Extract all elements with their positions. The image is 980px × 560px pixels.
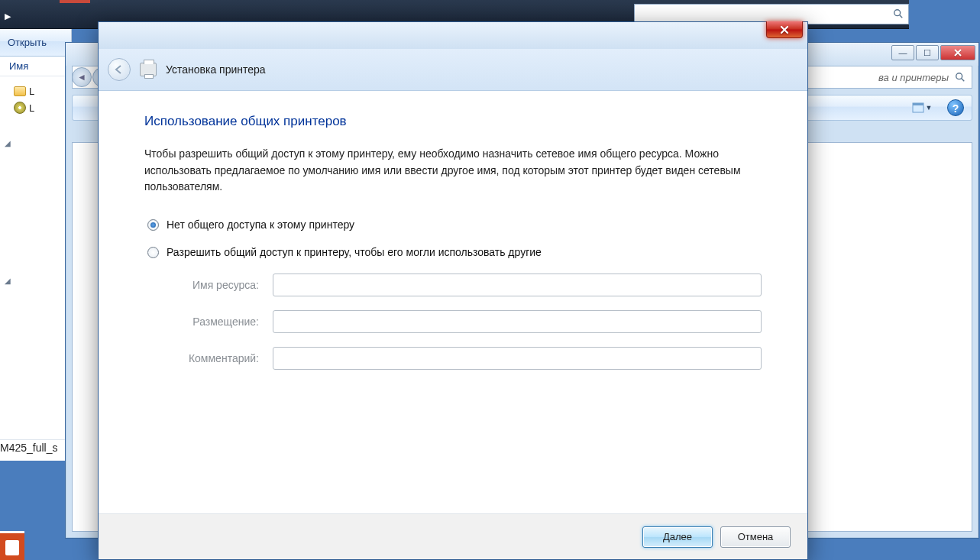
search-icon bbox=[955, 72, 965, 83]
close-button[interactable] bbox=[766, 21, 803, 38]
help-button[interactable]: ? bbox=[947, 99, 964, 116]
explorer-filename-fragment[interactable]: M425_full_s bbox=[0, 439, 72, 455]
radio-label: Разрешить общий доступ к принтеру, чтобы… bbox=[167, 246, 542, 258]
tree-expand-icon[interactable]: ◢ bbox=[5, 277, 11, 285]
radio-icon bbox=[147, 247, 159, 258]
nav-fwd-icon: ▶ bbox=[5, 11, 11, 21]
printer-icon bbox=[140, 63, 157, 76]
svg-point-2 bbox=[956, 73, 962, 79]
comment-label: Комментарий: bbox=[183, 352, 273, 364]
tree-item-folder[interactable]: L bbox=[14, 83, 71, 99]
explorer-tree: L L ◢ ◢ bbox=[0, 76, 71, 116]
wizard-heading: Использование общих принтеров bbox=[144, 114, 762, 129]
radio-label: Нет общего доступа к этому принтеру bbox=[167, 218, 354, 231]
view-options-dropdown[interactable]: ▼ bbox=[907, 99, 936, 116]
wizard-description: Чтобы разрешить общий доступ к этому при… bbox=[144, 146, 762, 196]
tree-item-disc[interactable]: L bbox=[14, 99, 71, 116]
location-label: Размещение: bbox=[183, 316, 273, 328]
explorer-window-fragment: Открыть Имя L L ◢ ◢ bbox=[0, 29, 72, 461]
picture-icon bbox=[912, 102, 924, 113]
add-printer-wizard: Установка принтера Использование общих п… bbox=[98, 21, 808, 560]
next-button[interactable]: Далее bbox=[642, 526, 713, 548]
back-button[interactable] bbox=[108, 58, 131, 81]
search-icon bbox=[893, 8, 904, 19]
share-settings-form: Имя ресурса: Размещение: Комментарий: bbox=[183, 274, 762, 370]
radio-icon bbox=[147, 219, 159, 231]
wizard-header: Установка принтера bbox=[99, 49, 807, 91]
arrow-left-icon bbox=[113, 64, 125, 75]
wizard-footer: Далее Отмена bbox=[99, 513, 807, 559]
disc-icon bbox=[14, 102, 26, 114]
wizard-title: Установка принтера bbox=[166, 63, 266, 76]
svg-line-1 bbox=[900, 15, 903, 18]
explorer-column-header-name[interactable]: Имя bbox=[0, 57, 71, 76]
close-button[interactable] bbox=[940, 45, 975, 60]
maximize-button[interactable]: ☐ bbox=[916, 45, 939, 60]
cancel-button[interactable]: Отмена bbox=[720, 526, 791, 548]
tree-expand-icon[interactable]: ◢ bbox=[5, 139, 11, 147]
wizard-body: Использование общих принтеров Чтобы разр… bbox=[99, 91, 807, 513]
radio-enable-sharing[interactable]: Разрешить общий доступ к принтеру, чтобы… bbox=[147, 246, 762, 258]
radio-no-sharing[interactable]: Нет общего доступа к этому принтеру bbox=[147, 218, 762, 231]
minimize-button[interactable]: — bbox=[891, 45, 914, 60]
close-icon bbox=[953, 48, 962, 57]
svg-line-3 bbox=[962, 79, 965, 82]
red-tab-fragment bbox=[60, 0, 90, 3]
svg-point-0 bbox=[894, 10, 901, 16]
nav-back-button[interactable]: ◄ bbox=[72, 67, 92, 87]
wizard-titlebar[interactable] bbox=[99, 22, 807, 49]
comment-input[interactable] bbox=[273, 347, 762, 370]
explorer-toolbar: Открыть bbox=[0, 29, 71, 57]
taskbar-app-fragment[interactable] bbox=[0, 531, 24, 560]
chevron-down-icon: ▼ bbox=[926, 104, 933, 112]
location-input[interactable] bbox=[273, 310, 762, 333]
tree-item-label: L bbox=[29, 102, 34, 114]
folder-icon bbox=[14, 86, 26, 96]
open-button[interactable]: Открыть bbox=[8, 37, 47, 48]
sharename-label: Имя ресурса: bbox=[183, 279, 273, 291]
svg-rect-5 bbox=[913, 103, 923, 105]
tree-item-label: L bbox=[29, 86, 34, 97]
close-icon bbox=[779, 25, 790, 34]
sharename-input[interactable] bbox=[273, 274, 762, 296]
